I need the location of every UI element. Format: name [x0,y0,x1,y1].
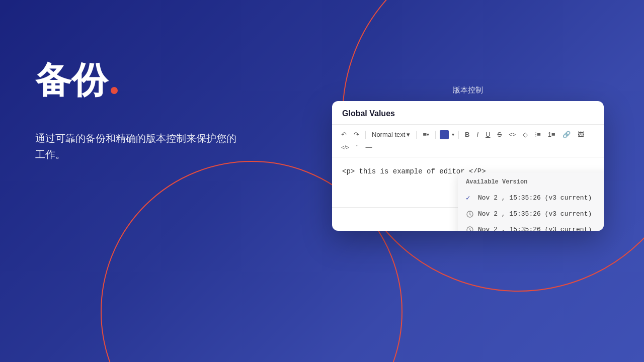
bullet-list-button[interactable]: ⁝≡ [533,130,543,139]
check-icon-1: ✓ [466,194,474,202]
title-dot [111,87,118,94]
clock-icon-3 [466,226,474,231]
code-inline-button[interactable]: <> [507,130,518,139]
bold-button[interactable]: B [463,130,471,139]
color-button[interactable] [440,130,449,139]
version-item-3-text: Nov 2 , 15:35:26 (v3 current) [478,226,592,231]
editor-body[interactable]: <p> this is example of editor </P> Avail… [332,157,604,208]
editor-container: 版本控制 Global Values ↶ ↷ Normal text ▾ ≡▾ [332,85,604,231]
code-block-button[interactable]: </> [339,143,351,151]
editor-toolbar: ↶ ↷ Normal text ▾ ≡▾ ▾ B I U S <> ◇ [332,125,604,157]
version-item-1-text: Nov 2 , 15:35:26 (v3 current) [478,194,592,202]
toolbar-divider-3 [435,131,436,139]
quote-button[interactable]: " [354,142,361,152]
highlight-button[interactable]: ◇ [521,130,530,139]
italic-button[interactable]: I [474,130,480,139]
version-item-1[interactable]: ✓ Nov 2 , 15:35:26 (v3 current) [458,190,604,206]
hr-button[interactable]: — [364,142,374,152]
toolbar-divider-1 [365,131,366,139]
ordered-list-button[interactable]: 1≡ [546,130,557,139]
redo-button[interactable]: ↷ [352,130,361,139]
clock-icon-2 [466,211,474,218]
image-button[interactable]: 🖼 [576,130,586,139]
underline-button[interactable]: U [484,130,492,139]
undo-button[interactable]: ↶ [339,130,349,139]
version-item-2[interactable]: Nov 2 , 15:35:26 (v3 current) [458,206,604,222]
version-item-2-text: Nov 2 , 15:35:26 (v3 current) [478,210,592,218]
version-dropdown-title: Available Version [458,178,604,190]
version-control-label: 版本控制 [332,85,604,95]
subtitle-text: 通过可靠的备份和精确的版本控制来保护您的工作。 [35,130,236,162]
text-style-selector[interactable]: Normal text ▾ [370,130,412,139]
left-content-section: 备份 通过可靠的备份和精确的版本控制来保护您的工作。 [35,60,236,162]
editor-title: Global Values [342,109,395,118]
main-title-container: 备份 [35,60,236,100]
strikethrough-button[interactable]: S [495,130,504,139]
version-item-3[interactable]: Nov 2 , 15:35:26 (v3 current) [458,222,604,231]
link-button[interactable]: 🔗 [560,130,573,139]
version-dropdown: Available Version ✓ Nov 2 , 15:35:26 (v3… [458,172,604,231]
main-title-text: 备份 [35,60,108,100]
editor-header: Global Values [332,101,604,125]
line-height-button[interactable]: ≡▾ [421,130,431,139]
toolbar-divider-4 [458,131,459,139]
editor-panel: Global Values ↶ ↷ Normal text ▾ ≡▾ ▾ B [332,101,604,231]
toolbar-divider-2 [416,131,417,139]
